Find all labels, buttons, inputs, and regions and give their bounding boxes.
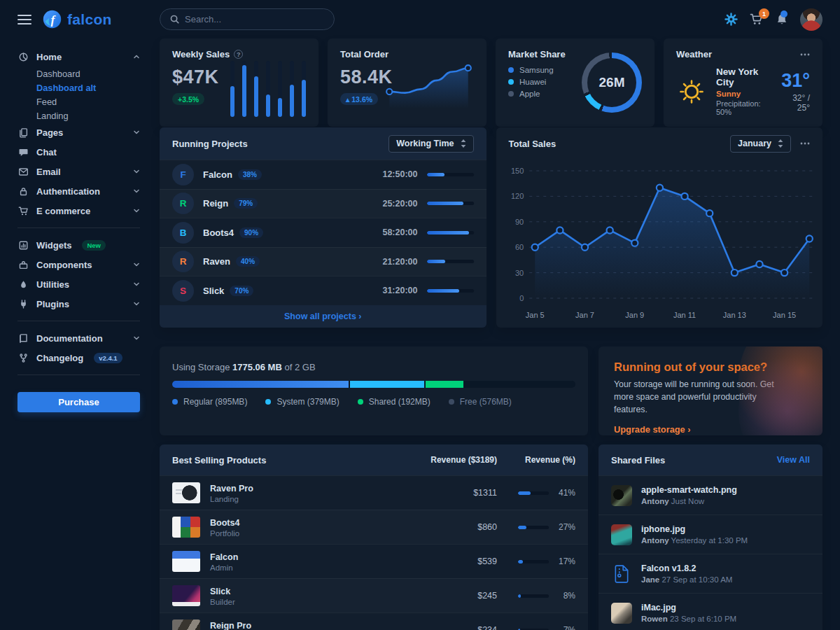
sidebar-item-changelog[interactable]: Changelogv2.4.1 <box>18 348 140 368</box>
cart-icon[interactable]: 1 <box>750 13 764 25</box>
product-thumbnail <box>172 517 200 538</box>
sidebar-subitem-dashboard-alt[interactable]: Dashboard alt <box>18 80 140 94</box>
month-select[interactable]: January <box>730 135 791 153</box>
file-name[interactable]: iphone.jpg <box>641 524 748 534</box>
sidebar-item-plugins[interactable]: Plugins <box>18 294 140 314</box>
chevron-up-icon <box>133 53 140 60</box>
user-avatar[interactable] <box>800 8 822 31</box>
sidebar-item-utilities[interactable]: Utilities <box>18 274 140 294</box>
sidebar-subitem-dashboard[interactable]: Dashboard <box>18 66 140 80</box>
view-all-link[interactable]: View All <box>777 455 810 465</box>
sort-arrows-icon <box>461 139 466 148</box>
brand-logo[interactable]: f falcon <box>42 9 112 29</box>
sidebar-subitem-feed[interactable]: Feed <box>18 94 140 108</box>
sidebar-item-e-commerce[interactable]: E commerce <box>18 201 140 220</box>
product-name[interactable]: Slick <box>210 587 230 596</box>
total-order-card: Total Order 58.4K ▴ 13.6% <box>328 38 486 127</box>
product-name[interactable]: Reign Pro <box>210 621 251 630</box>
search-input[interactable] <box>185 14 324 24</box>
upgrade-storage-link[interactable]: Upgrade storage › <box>614 424 691 435</box>
project-avatar: B <box>172 222 194 244</box>
ellipsis-menu-icon[interactable] <box>800 53 810 56</box>
product-percent: 8% <box>556 591 575 601</box>
product-name[interactable]: Boots4 <box>210 518 239 528</box>
product-name[interactable]: Falcon <box>210 552 238 562</box>
best-selling-title: Best Selling Products <box>172 455 392 465</box>
market-share-donut-chart: 26M <box>582 52 642 113</box>
product-name[interactable]: Raven Pro <box>210 484 253 493</box>
sidebar-subitem-landing[interactable]: Landing <box>18 108 140 122</box>
project-row-boots4: B Boots4 90% 58:20:00 <box>160 218 486 247</box>
sidebar-item-email[interactable]: Email <box>18 162 140 181</box>
svg-text:Jan 7: Jan 7 <box>575 311 594 319</box>
project-name[interactable]: Reign <box>203 198 228 209</box>
chevron-down-icon <box>133 168 140 175</box>
sidebar-item-label: Utilities <box>36 279 69 290</box>
main-content: Weekly Sales ? $47K +3.5% Total Order 58… <box>158 38 840 630</box>
info-icon[interactable]: ? <box>234 50 243 59</box>
chevron-down-icon <box>133 335 140 342</box>
topbar: f falcon 1 <box>0 0 840 38</box>
sidebar-item-label: Pages <box>36 127 63 138</box>
file-time: Yesterday at 1:30 PM <box>671 536 748 545</box>
settings-gear-icon[interactable] <box>724 13 738 26</box>
sidebar-divider <box>18 374 140 375</box>
sidebar-item-label: Widgets <box>36 240 71 251</box>
weather-condition: Sunny <box>716 90 772 98</box>
chevron-down-icon <box>133 300 140 307</box>
project-percent-badge: 40% <box>236 256 260 267</box>
file-author: Rowen <box>641 615 668 623</box>
widgets-icon <box>18 240 29 251</box>
running-projects-footer: Show all projects › <box>160 305 486 328</box>
file-thumbnail <box>611 603 632 624</box>
sidebar-item-label: Components <box>36 260 92 270</box>
sidebar-item-chat[interactable]: Chat <box>18 142 140 162</box>
notifications-bell-icon[interactable] <box>776 13 788 26</box>
project-name[interactable]: Raven <box>203 256 230 267</box>
ellipsis-menu-icon[interactable] <box>800 142 810 145</box>
file-time: 23 Sep at 6:10 PM <box>670 615 736 623</box>
shared-file-row: iMac.jpg Rowen 23 Sep at 6:10 PM <box>598 593 822 630</box>
sidebar-item-label: Home <box>36 52 62 62</box>
file-time: 27 Sep at 10:30 AM <box>662 575 732 584</box>
search-bar[interactable] <box>160 8 335 30</box>
weekly-sales-bar <box>254 61 258 117</box>
total-order-badge: ▴ 13.6% <box>340 93 378 105</box>
svg-text:120: 120 <box>510 192 523 200</box>
project-progress-bar <box>427 173 474 176</box>
sidebar-item-pages[interactable]: Pages <box>18 122 140 142</box>
file-name[interactable]: apple-smart-watch.png <box>641 485 737 495</box>
sidebar-item-components[interactable]: Components <box>18 255 140 274</box>
file-name[interactable]: iMac.jpg <box>641 603 736 612</box>
svg-text:90: 90 <box>515 218 524 226</box>
svg-text:150: 150 <box>510 167 523 175</box>
sidebar-item-widgets[interactable]: WidgetsNew <box>18 235 140 255</box>
project-name[interactable]: Falcon <box>203 169 232 180</box>
product-percent: 7% <box>556 625 575 630</box>
sidebar-item-home[interactable]: Home <box>18 47 140 66</box>
purchase-button[interactable]: Purchase <box>18 392 140 412</box>
weekly-sales-bar <box>230 61 234 117</box>
upgrade-storage-card: Running out of your space? Your storage … <box>598 346 822 435</box>
sidebar-item-authentication[interactable]: Authentication <box>18 181 140 201</box>
project-time: 58:20:00 <box>382 227 417 237</box>
storage-progress-bar <box>172 381 575 388</box>
project-name[interactable]: Slick <box>203 286 224 296</box>
best-selling-products-card: Best Selling Products Revenue ($3189) Re… <box>160 444 588 630</box>
sidebar-badge: v2.4.1 <box>94 353 122 363</box>
file-name[interactable]: Falcon v1.8.2 <box>641 564 732 573</box>
market-share-card: Market Share SamsungHuaweiApple 26M <box>496 38 654 127</box>
product-revenue: $860 <box>392 522 497 532</box>
working-time-select[interactable]: Working Time <box>388 135 473 153</box>
sidebar-item-documentation[interactable]: Documentation <box>18 328 140 348</box>
project-name[interactable]: Boots4 <box>203 227 234 238</box>
shared-file-row: apple-smart-watch.png Antony Just Now <box>598 475 822 514</box>
total-sales-title: Total Sales <box>509 139 556 149</box>
chevron-down-icon <box>133 281 140 288</box>
svg-text:30: 30 <box>515 269 524 277</box>
hamburger-menu-icon[interactable] <box>18 12 31 27</box>
file-thumbnail <box>611 485 632 506</box>
weekly-sales-bar <box>290 61 294 117</box>
show-all-projects-link[interactable]: Show all projects › <box>284 312 361 321</box>
product-progress-bar <box>518 594 549 598</box>
